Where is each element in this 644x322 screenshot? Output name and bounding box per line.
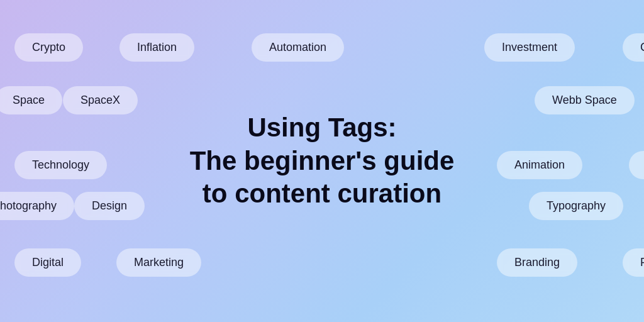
tag-technology[interactable]: Technology: [14, 151, 107, 179]
tag-inflation[interactable]: Inflation: [119, 33, 194, 62]
tag-webb-space[interactable]: Webb Space: [535, 86, 635, 114]
title-line2: The beginner's guide: [190, 146, 455, 175]
title-line3: to content curation: [203, 179, 441, 208]
tag-design[interactable]: Design: [74, 192, 145, 220]
tag-animation[interactable]: Animation: [497, 151, 582, 179]
tag-marketing[interactable]: Marketing: [116, 248, 201, 277]
title-line1: Using Tags:: [247, 113, 396, 142]
tag-finance[interactable]: Finance: [623, 248, 644, 277]
tag-branding[interactable]: Branding: [497, 248, 577, 277]
tag-space[interactable]: Space: [0, 86, 62, 114]
tag-spacex[interactable]: SpaceX: [63, 86, 138, 114]
tag-crypto[interactable]: Crypto: [14, 33, 83, 62]
tag-digital[interactable]: Digital: [14, 248, 81, 277]
tag-automation[interactable]: Automation: [252, 33, 344, 62]
tag-climate[interactable]: Climate: [623, 33, 644, 62]
tag-typography[interactable]: Typography: [529, 192, 623, 220]
tag-photography[interactable]: Photography: [0, 192, 74, 220]
tag-travel[interactable]: Travel: [629, 151, 644, 179]
tag-investment[interactable]: Investment: [484, 33, 575, 62]
hero-text: Using Tags: The beginner's guide to cont…: [190, 111, 455, 211]
